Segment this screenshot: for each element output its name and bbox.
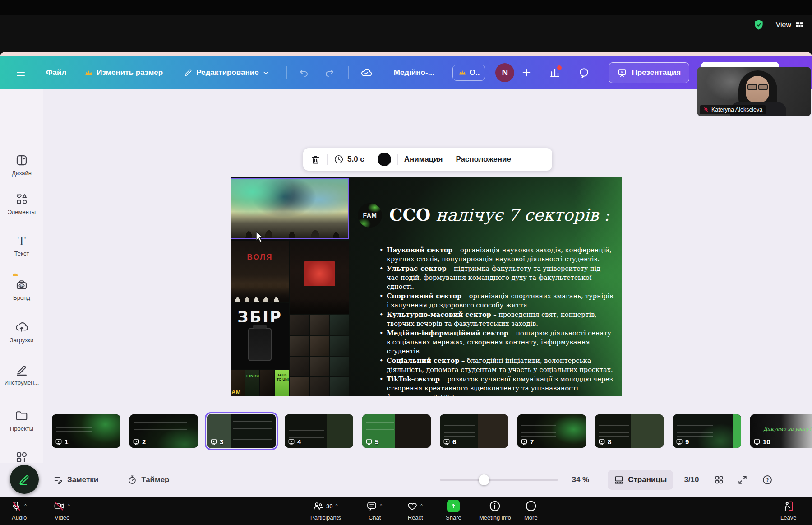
slide-title[interactable]: ССОналічує 7 секторів :: [389, 205, 615, 225]
grid-view-button[interactable]: [714, 475, 724, 485]
help-button[interactable]: ?: [762, 474, 773, 485]
undo-button[interactable]: [299, 67, 309, 78]
video-label: Video: [55, 514, 69, 521]
sidebar-item-elements[interactable]: Элементы: [0, 192, 43, 215]
video-button[interactable]: ⌃ Video: [53, 499, 71, 521]
fullscreen-icon: [738, 475, 747, 485]
tile-finish: FINISH: [245, 370, 259, 396]
duration-button[interactable]: 5.0 с: [334, 154, 364, 164]
audio-label: Audio: [12, 514, 27, 521]
sidebar-item-projects[interactable]: Проекты: [0, 409, 43, 432]
react-chevron[interactable]: ⌃: [420, 503, 424, 509]
slide-thumbnail-3-selected[interactable]: 3: [207, 414, 276, 448]
pages-label: Страницы: [628, 475, 667, 484]
sidebar-item-design[interactable]: Дизайн: [0, 153, 43, 177]
slide-image-photo-grid[interactable]: [290, 315, 349, 396]
leave-icon: [783, 500, 794, 512]
slide-image-strip[interactable]: АМ FINISH BACK TO UNI: [231, 370, 289, 396]
color-swatch[interactable]: [378, 153, 391, 166]
avatar[interactable]: N: [495, 63, 514, 82]
pages-toggle-button[interactable]: Страницы: [608, 470, 673, 490]
presentation-mini-icon: [521, 438, 528, 446]
editing-mode-button[interactable]: Редактирование: [184, 68, 269, 77]
slide-thumbnail-1[interactable]: 1: [52, 414, 120, 448]
clock-icon: [334, 154, 344, 164]
insights-button[interactable]: [549, 67, 560, 78]
webcam-tile[interactable]: Kateryna Alekseieva: [697, 67, 811, 116]
hamburger-icon: [15, 67, 26, 78]
glasses: [747, 84, 768, 90]
fullscreen-button[interactable]: [738, 475, 747, 485]
resize-button[interactable]: Изменить размер: [84, 68, 163, 77]
timer-label: Таймер: [141, 475, 169, 484]
chat-button[interactable]: ⌃ Chat: [366, 499, 383, 521]
slide-thumbnail-4[interactable]: 4: [285, 414, 353, 448]
delete-icon[interactable]: [310, 154, 321, 165]
chat-chevron[interactable]: ⌃: [379, 503, 383, 509]
fam-logo[interactable]: FAM: [358, 203, 382, 228]
participants-chevron[interactable]: ⌃: [335, 503, 339, 509]
sidebar-item-brand[interactable]: co Бренд: [0, 278, 43, 301]
presentation-mini-icon: [210, 438, 217, 446]
mic-muted-icon: [11, 501, 22, 511]
divider: [449, 154, 449, 165]
slide-bullet-list[interactable]: Науковий сектор – організація наукових з…: [379, 246, 614, 396]
document-name[interactable]: Медійно-...: [394, 68, 434, 77]
audio-button[interactable]: ⌃ Audio: [11, 499, 28, 521]
slide-thumbnail-5[interactable]: 5: [362, 414, 431, 448]
slide-thumbnail-8[interactable]: 8: [595, 414, 664, 448]
save-status-button[interactable]: [360, 67, 372, 79]
add-member-button[interactable]: [521, 68, 531, 78]
notification-dot: [557, 65, 562, 70]
share-screen-button[interactable]: Share: [446, 499, 461, 521]
notes-button[interactable]: Заметки: [53, 475, 98, 485]
slide-thumbnail-6[interactable]: 6: [440, 414, 508, 448]
slide-thumbnail-7[interactable]: 7: [517, 414, 586, 448]
presentation-mini-icon: [133, 438, 140, 446]
selected-image[interactable]: [231, 178, 349, 239]
sidebar-item-uploads[interactable]: Загрузки: [0, 321, 43, 344]
redo-icon: [324, 67, 335, 78]
present-button[interactable]: Презентация: [609, 62, 689, 83]
leave-button[interactable]: Leave: [780, 499, 796, 521]
brand-icon: co: [15, 278, 28, 292]
canva-header: Файл Изменить размер Редактирование Меді…: [0, 56, 812, 89]
comments-button[interactable]: [578, 67, 590, 79]
annotate-pencil-icon: [18, 473, 31, 486]
timer-button[interactable]: Таймер: [127, 475, 169, 485]
sidebar-item-tools[interactable]: Инструмен...: [0, 363, 43, 386]
upgrade-button[interactable]: О..: [452, 65, 486, 81]
react-button[interactable]: ⌃ React: [407, 499, 424, 521]
more-button[interactable]: More: [524, 499, 538, 521]
file-menu-button[interactable]: Файл: [46, 68, 66, 77]
pages-icon: [614, 475, 624, 485]
zoom-slider[interactable]: [440, 479, 558, 481]
security-shield-icon[interactable]: [753, 19, 765, 31]
participants-button[interactable]: 30 ⌃ Participants: [310, 499, 341, 521]
annotation-pencil-button[interactable]: [10, 465, 39, 494]
zoom-slider-knob[interactable]: [479, 474, 489, 485]
sidebar-item-text[interactable]: T Текст: [0, 235, 43, 257]
redo-button[interactable]: [324, 67, 335, 78]
slide-image-stage-volya[interactable]: ВОЛЯ: [231, 241, 289, 302]
video-options-chevron[interactable]: ⌃: [67, 503, 71, 509]
svg-text:co: co: [20, 284, 23, 287]
slide-thumbnail-2[interactable]: 2: [129, 414, 198, 448]
meeting-info-button[interactable]: Meeting info: [479, 499, 511, 521]
slide-thumbnail-10[interactable]: Дякуємо за увагу!!! 10: [750, 414, 812, 448]
tile-am: АМ: [231, 370, 245, 396]
animate-button[interactable]: Анимация: [404, 155, 443, 164]
divider: [397, 154, 398, 165]
participants-count: 30: [326, 503, 332, 510]
presentation-mini-icon: [288, 438, 295, 446]
slide-thumbnail-9[interactable]: 9: [673, 414, 741, 448]
slide-image-stage-red[interactable]: [290, 241, 349, 314]
menu-button[interactable]: [15, 67, 26, 78]
position-button[interactable]: Расположение: [456, 155, 511, 164]
thumbnail-caption: Дякуємо за увагу!!!: [763, 426, 812, 432]
slide-image-zbir-poster[interactable]: ЗБІР: [231, 303, 289, 369]
slide-canvas[interactable]: ВОЛЯ ЗБІР АМ FINISH BACK TO UNI FAM ССОн…: [231, 177, 622, 396]
audio-options-chevron[interactable]: ⌃: [23, 503, 28, 509]
zoom-level[interactable]: 34 %: [572, 475, 589, 484]
view-button[interactable]: View: [776, 20, 804, 29]
